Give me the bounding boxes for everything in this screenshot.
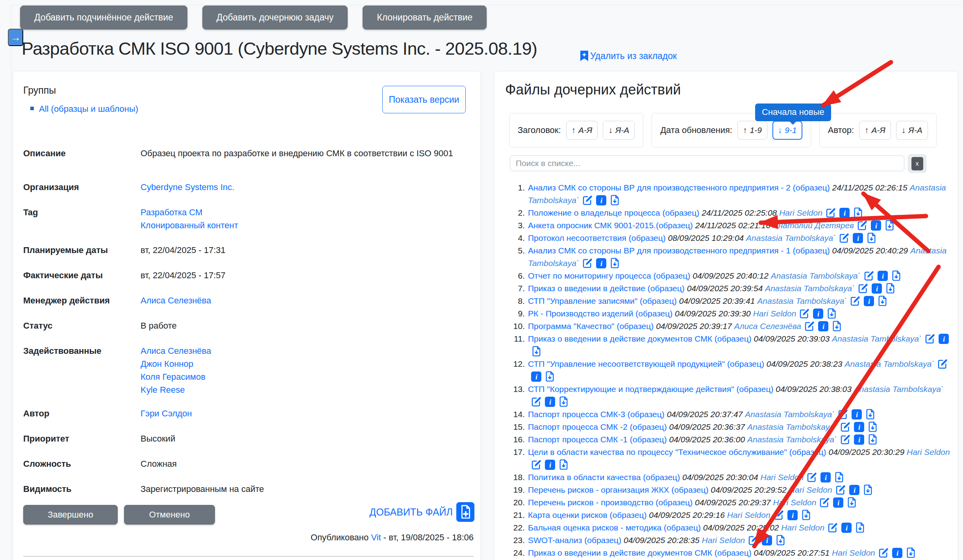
add-child-task-button[interactable]: Добавить дочернюю задачу bbox=[202, 6, 348, 30]
file-author-link[interactable]: Алиса Селезнёва bbox=[734, 322, 801, 331]
edit-icon[interactable] bbox=[835, 484, 846, 495]
download-icon[interactable] bbox=[801, 510, 811, 520]
download-icon[interactable] bbox=[846, 497, 857, 508]
info-icon[interactable]: i bbox=[818, 321, 828, 331]
file-title-link[interactable]: Протокол несоответствия (образец) bbox=[528, 233, 666, 242]
info-icon[interactable]: i bbox=[878, 271, 888, 281]
file-author-link[interactable]: Anastasia Tambolskaya` bbox=[747, 422, 837, 431]
edit-icon[interactable] bbox=[840, 421, 851, 432]
edit-icon[interactable] bbox=[819, 497, 830, 508]
sort-date-asc-button[interactable]: ↑ 1-9 bbox=[737, 121, 767, 140]
download-icon[interactable] bbox=[558, 459, 569, 470]
info-icon[interactable]: i bbox=[849, 485, 859, 495]
file-title-link[interactable]: Паспорт процесса СМК-3 (образец) bbox=[528, 410, 665, 419]
info-icon[interactable]: i bbox=[852, 409, 862, 420]
download-icon[interactable] bbox=[544, 371, 555, 382]
download-icon[interactable] bbox=[609, 258, 620, 268]
info-icon[interactable]: i bbox=[545, 460, 555, 470]
edit-icon[interactable] bbox=[864, 270, 874, 281]
download-icon[interactable] bbox=[867, 434, 878, 445]
file-title-link[interactable]: СТП "Управление несоответствующей продук… bbox=[528, 359, 764, 368]
edit-icon[interactable] bbox=[799, 308, 810, 319]
info-icon[interactable]: i bbox=[833, 497, 843, 508]
published-author-link[interactable]: Vit bbox=[371, 532, 381, 542]
info-icon[interactable]: i bbox=[787, 510, 798, 520]
info-icon[interactable]: i bbox=[596, 258, 606, 268]
file-author-link[interactable]: Hari Seldon bbox=[781, 523, 824, 532]
info-icon[interactable]: i bbox=[864, 296, 874, 306]
cancelled-button[interactable]: Отменено bbox=[124, 505, 215, 525]
file-author-link[interactable]: Anastasia Tambolskaya` bbox=[771, 271, 861, 280]
download-icon[interactable] bbox=[834, 472, 844, 482]
info-icon[interactable]: i bbox=[871, 220, 881, 231]
info-icon[interactable]: i bbox=[545, 397, 555, 407]
edit-icon[interactable] bbox=[774, 510, 784, 520]
edit-icon[interactable] bbox=[804, 321, 815, 331]
download-icon[interactable] bbox=[558, 396, 569, 407]
info-icon[interactable]: i bbox=[892, 548, 902, 558]
file-title-link[interactable]: Анализ СМК со стороны ВР для производств… bbox=[528, 183, 830, 192]
file-title-link[interactable]: Паспорт процесса СМК -1 (образец) bbox=[528, 435, 667, 444]
add-sub-action-button[interactable]: Добавить подчинённое действие bbox=[20, 6, 187, 30]
file-title-link[interactable]: Перечень рисков - организация ЖКХ (образ… bbox=[528, 485, 708, 494]
download-icon[interactable] bbox=[863, 484, 873, 495]
info-icon[interactable]: i bbox=[854, 422, 864, 432]
file-author-link[interactable]: Hari Seldon bbox=[789, 485, 832, 494]
file-author-link[interactable]: Hari Seldon bbox=[702, 536, 745, 545]
file-author-link[interactable]: Anastasia Tambolskaya` bbox=[757, 296, 847, 305]
file-author-link[interactable]: Anastasia Tambolskaya` bbox=[747, 435, 837, 444]
edit-icon[interactable] bbox=[857, 220, 868, 231]
download-icon[interactable] bbox=[891, 270, 902, 281]
sort-author-desc-button[interactable]: ↓ Я-А bbox=[896, 121, 928, 140]
download-icon[interactable] bbox=[826, 308, 837, 319]
file-author-link[interactable]: Anastasia Tambolskaya` bbox=[746, 233, 836, 242]
file-title-link[interactable]: Приказ о введении в действие документов … bbox=[528, 548, 752, 557]
download-icon[interactable] bbox=[853, 207, 863, 218]
sort-author-asc-button[interactable]: ↑ А-Я bbox=[859, 121, 891, 140]
edit-icon[interactable] bbox=[531, 459, 542, 470]
file-author-link[interactable]: Hari Seldon bbox=[907, 447, 950, 457]
download-icon[interactable] bbox=[906, 547, 916, 558]
clear-search-button[interactable]: x bbox=[911, 157, 923, 170]
sort-title-asc-button[interactable]: ↑ А-Я bbox=[566, 121, 598, 140]
edit-icon[interactable] bbox=[839, 233, 850, 243]
remove-bookmark-link[interactable]: Удалить из закладок bbox=[590, 51, 677, 61]
info-icon[interactable]: i bbox=[872, 283, 882, 294]
tag-link[interactable]: Разработка СМ bbox=[141, 206, 238, 219]
involved-user-link[interactable]: Джон Коннор bbox=[141, 357, 211, 370]
file-author-link[interactable]: Анатолий Дегтярев bbox=[773, 221, 854, 230]
edit-icon[interactable] bbox=[838, 409, 848, 420]
info-icon[interactable]: i bbox=[596, 195, 606, 205]
show-versions-button[interactable]: Показать версии bbox=[382, 86, 466, 113]
download-icon[interactable] bbox=[867, 421, 878, 432]
sort-title-desc-button[interactable]: ↓ Я-А bbox=[603, 121, 635, 140]
manager-link[interactable]: Алиса Селезнёва bbox=[141, 294, 211, 307]
author-link[interactable]: Гэри Сэлдон bbox=[141, 407, 192, 420]
file-title-link[interactable]: Карта оценки рисков (образец) bbox=[528, 510, 646, 519]
done-button[interactable]: Завершено bbox=[23, 505, 118, 525]
file-title-link[interactable]: Перечень рисков - производство (образец) bbox=[528, 498, 693, 507]
info-icon[interactable]: i bbox=[854, 434, 864, 445]
add-file-link[interactable]: ДОБАВИТЬ ФАЙЛ bbox=[369, 502, 474, 522]
file-author-link[interactable]: Hari Seldon bbox=[779, 208, 822, 217]
file-author-link[interactable]: Anastasia Tambolskaya` bbox=[854, 384, 944, 394]
involved-user-link[interactable]: Коля Герасимов bbox=[141, 370, 211, 383]
edit-icon[interactable] bbox=[748, 535, 759, 545]
file-title-link[interactable]: Отчет по мониторингу процесса (образец) bbox=[528, 271, 690, 280]
file-author-link[interactable]: Hari Seldon bbox=[761, 473, 804, 482]
download-icon[interactable] bbox=[775, 535, 786, 545]
file-title-link[interactable]: Политика в области качества (образец) bbox=[528, 473, 680, 482]
info-icon[interactable]: i bbox=[820, 472, 831, 482]
file-author-link[interactable]: Anastasia Tambolskaya` bbox=[745, 410, 835, 419]
edit-icon[interactable] bbox=[937, 359, 948, 369]
file-title-link[interactable]: Анкета опросник СМК 9001-2015.(образец) bbox=[528, 221, 693, 230]
download-icon[interactable] bbox=[884, 220, 895, 231]
download-icon[interactable] bbox=[885, 283, 896, 294]
involved-user-link[interactable]: Алиса Селезнёва bbox=[141, 344, 211, 357]
edit-icon[interactable] bbox=[878, 547, 889, 558]
edit-icon[interactable] bbox=[840, 434, 851, 445]
info-icon[interactable]: i bbox=[853, 233, 863, 243]
info-icon[interactable]: i bbox=[841, 523, 852, 533]
info-icon[interactable]: i bbox=[762, 535, 772, 545]
file-title-link[interactable]: Приказ о введении в действие (образец) bbox=[528, 284, 685, 293]
